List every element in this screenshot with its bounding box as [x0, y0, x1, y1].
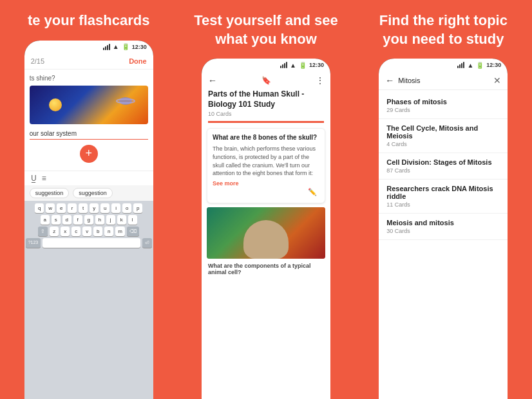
keyboard-row-2: a s d f g h j k l [26, 215, 152, 225]
suggestion-chip-2[interactable]: suggestion [73, 188, 113, 198]
signal-icon-1 [103, 44, 110, 50]
p3-list-item-0[interactable]: Phases of mitosis 29 Cards [379, 93, 508, 119]
key-s[interactable]: s [52, 215, 61, 225]
p1-keyboard[interactable]: q w e r t y u i o p a s d f g h [24, 201, 153, 399]
key-i[interactable]: i [111, 203, 120, 213]
key-t[interactable]: t [79, 203, 88, 213]
p1-add-button[interactable]: + [80, 145, 98, 163]
list-icon[interactable]: ≡ [42, 174, 46, 183]
p1-solar-image [30, 86, 148, 124]
p1-progress: 2/15 [31, 57, 44, 65]
key-j[interactable]: j [106, 215, 115, 225]
key-v[interactable]: v [82, 227, 91, 236]
p2-next-question: What are the components of a typical ani… [202, 259, 330, 279]
p2-more-button[interactable]: ⋮ [316, 76, 324, 85]
key-shift[interactable]: ⇧ [38, 227, 48, 236]
key-enter[interactable]: ⏎ [142, 238, 152, 248]
p2-cards-count: 10 Cards [208, 111, 324, 117]
p3-item-title-2: Cell Division: Stages of Mitosis [386, 158, 500, 166]
key-d[interactable]: d [62, 215, 71, 225]
p2-bookmark-icon[interactable]: 🔖 [261, 76, 271, 85]
key-w[interactable]: w [46, 203, 55, 213]
battery-icon-3: 🔋 [476, 62, 484, 69]
p3-list-item-1[interactable]: The Cell Cycle, Mitosis and Meiosis 4 Ca… [379, 119, 508, 153]
key-q[interactable]: q [35, 203, 44, 213]
p3-search-bar: ← Mitosis ✕ [379, 71, 508, 90]
key-b[interactable]: b [93, 227, 102, 236]
signal-icon-2 [280, 62, 287, 68]
p2-see-more-link[interactable]: See more [213, 180, 319, 187]
wifi-icon-2: ▲ [290, 62, 296, 69]
p3-item-title-0: Phases of mitosis [386, 98, 500, 106]
p1-question: ts shine? [30, 75, 148, 82]
suggestion-chip-1[interactable]: suggestion [30, 188, 70, 198]
battery-icon-2: 🔋 [299, 62, 307, 69]
p3-list-item-4[interactable]: Meiosis and mitosis 30 Cards [379, 214, 508, 240]
key-z[interactable]: z [50, 227, 59, 236]
p2-edit-icon[interactable]: ✏️ [213, 187, 319, 198]
panel-3: Find the right topic you need to study ▲… [355, 0, 532, 399]
key-p[interactable]: p [133, 203, 142, 213]
signal-icon-3 [457, 62, 464, 68]
p3-back-button[interactable]: ← [385, 75, 394, 86]
key-e[interactable]: e [57, 203, 66, 213]
time-3: 12:30 [486, 62, 501, 68]
p1-done-button[interactable]: Done [129, 57, 147, 65]
phone-frame-3: ▲ 🔋 12:30 ← Mitosis ✕ Phases of mitosis … [379, 59, 508, 399]
p1-card-area: ts shine? our solar system + [24, 70, 153, 171]
p2-screen: ← 🔖 ⋮ Parts of the Human Skull - Biology… [202, 71, 330, 399]
p2-answer-text: The brain, which performs these various … [213, 145, 319, 177]
planet-rings [116, 95, 135, 107]
status-bar-3: ▲ 🔋 12:30 [379, 59, 508, 71]
key-a[interactable]: a [41, 215, 50, 225]
key-y[interactable]: y [90, 203, 99, 213]
key-l[interactable]: l [128, 215, 137, 225]
p2-divider [208, 121, 324, 123]
key-h[interactable]: h [95, 215, 104, 225]
p1-suggestions: suggestion suggestion [24, 185, 153, 201]
sun-shape [49, 98, 62, 111]
key-k[interactable]: k [117, 215, 126, 225]
p3-item-subtitle-2: 87 Cards [386, 167, 500, 174]
key-m[interactable]: m [115, 227, 125, 236]
phone-frame-1: ▲ 🔋 12:30 2/15 Done ts shine? our solar … [24, 41, 153, 399]
key-space[interactable] [43, 238, 140, 248]
p2-skull-image [207, 207, 325, 259]
wifi-icon-3: ▲ [467, 62, 473, 69]
key-r[interactable]: r [68, 203, 77, 213]
p2-back-button[interactable]: ← [208, 75, 217, 86]
battery-icon-1: 🔋 [122, 43, 129, 50]
underline-icon[interactable]: U̲ [31, 174, 37, 183]
p1-answer-input[interactable]: our solar system [30, 128, 148, 140]
key-n[interactable]: n [104, 227, 113, 236]
keyboard-row-4: ?123 ⏎ [26, 238, 152, 248]
status-bar-2: ▲ 🔋 12:30 [202, 59, 330, 71]
p1-format-bar: U̲ ≡ [24, 171, 153, 185]
p2-deck-title: Parts of the Human Skull - Biology 101 S… [208, 89, 324, 109]
keyboard-row-3: ⇧ z x c v b n m ⌫ [26, 227, 152, 236]
panel-2: Test yourself and see what you know ▲ 🔋 … [177, 0, 354, 399]
key-o[interactable]: o [122, 203, 131, 213]
p2-title-area: Parts of the Human Skull - Biology 101 S… [202, 89, 330, 121]
p3-list-item-2[interactable]: Cell Division: Stages of Mitosis 87 Card… [379, 153, 508, 180]
key-u[interactable]: u [100, 203, 109, 213]
key-x[interactable]: x [61, 227, 70, 236]
key-backspace[interactable]: ⌫ [127, 227, 139, 236]
wifi-icon-1: ▲ [113, 43, 119, 50]
p3-item-subtitle-0: 29 Cards [386, 107, 500, 113]
panel1-header: te your flashcards [15, 0, 163, 38]
key-g[interactable]: g [84, 215, 93, 225]
svg-point-0 [119, 97, 132, 105]
key-f[interactable]: f [73, 215, 82, 225]
p3-close-button[interactable]: ✕ [493, 75, 501, 86]
p3-list-item-3[interactable]: Researchers crack DNA Mitosis riddle 11 … [379, 180, 508, 214]
p3-search-term[interactable]: Mitosis [398, 77, 489, 84]
key-numbers[interactable]: ?123 [26, 238, 41, 248]
keyboard-row-1: q w e r t y u i o p [26, 203, 152, 213]
p1-screen: 2/15 Done ts shine? our solar system + U… [24, 53, 153, 399]
time-2: 12:30 [309, 62, 324, 68]
key-c[interactable]: c [71, 227, 81, 236]
p2-question-text: What are the 8 bones of the skull? [213, 134, 319, 141]
p2-question-card[interactable]: What are the 8 bones of the skull? The b… [207, 128, 325, 203]
p3-item-subtitle-3: 11 Cards [386, 201, 500, 208]
